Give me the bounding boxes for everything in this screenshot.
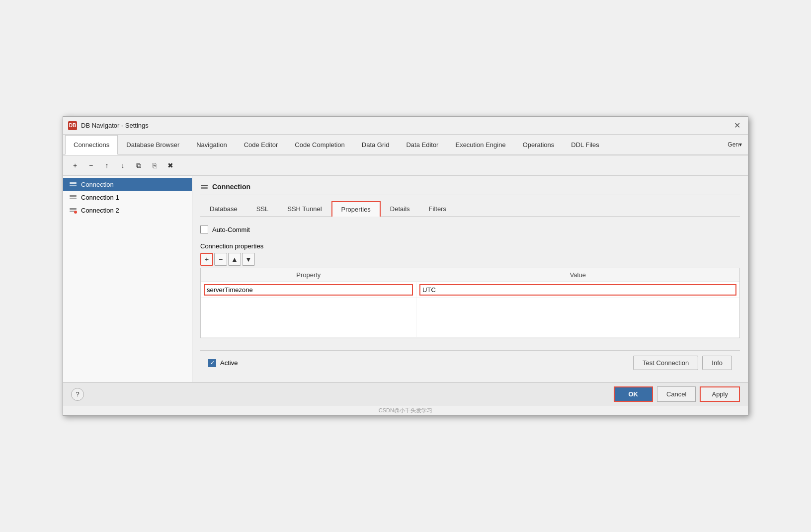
svg-rect-0 (70, 182, 77, 184)
info-button[interactable]: Info (702, 356, 732, 370)
connections-toolbar: + − ↑ ↓ ⧉ ⎘ ✖ (63, 155, 748, 176)
paste-button[interactable]: ⎘ (148, 158, 162, 172)
tab-data-editor[interactable]: Data Editor (398, 135, 447, 154)
props-up-button[interactable]: ▲ (228, 253, 241, 266)
col-header-value: Value (416, 268, 739, 282)
active-checkbox[interactable]: ✓ (208, 359, 216, 367)
remove-connection-button[interactable]: − (84, 158, 98, 172)
props-down-button[interactable]: ▼ (242, 253, 255, 266)
tab-navigation[interactable]: Navigation (188, 135, 235, 154)
props-toolbar: + − ▲ ▼ (200, 253, 740, 266)
props-table: Property Value (201, 268, 739, 338)
apply-button[interactable]: Apply (700, 386, 740, 402)
settings-dialog: DB DB Navigator - Settings ✕ Connections… (63, 116, 748, 416)
tab-operations[interactable]: Operations (514, 135, 563, 154)
inner-tab-bar: Database SSL SSH Tunnel Properties Detai… (200, 201, 740, 217)
footer-bar: ? OK Cancel Apply (63, 382, 748, 406)
copy-button[interactable]: ⧉ (132, 158, 146, 172)
section-title: Connection (212, 183, 250, 191)
props-table-container: Property Value (200, 268, 740, 338)
svg-rect-1 (70, 185, 77, 186)
tab-properties[interactable]: Properties (331, 201, 381, 217)
sidebar-item-label: Connection (81, 181, 114, 188)
value-cell[interactable] (416, 282, 739, 298)
empty-cell-2 (416, 298, 739, 338)
sidebar: Connection Connection 1 Connection 2 (63, 176, 192, 382)
add-connection-button[interactable]: + (68, 158, 82, 172)
sidebar-item-connection[interactable]: Connection (63, 178, 192, 191)
auto-commit-label: Auto-Commit (212, 226, 250, 233)
bottom-right: Test Connection Info (633, 356, 732, 370)
svg-rect-7 (201, 185, 208, 186)
ok-button[interactable]: OK (614, 386, 653, 402)
col-header-property: Property (201, 268, 416, 282)
title-bar-left: DB DB Navigator - Settings (68, 121, 149, 130)
active-label: Active (220, 359, 238, 367)
tab-ddl-files[interactable]: DDL Files (563, 135, 608, 154)
section-header: Connection (200, 183, 740, 195)
connection-icon (69, 180, 77, 188)
close-button[interactable]: ✕ (731, 120, 743, 132)
help-button[interactable]: ? (71, 388, 84, 401)
footer-right: OK Cancel Apply (614, 386, 740, 402)
svg-point-6 (74, 211, 77, 214)
tab-execution-engine[interactable]: Execution Engine (447, 135, 514, 154)
test-connection-button[interactable]: Test Connection (633, 356, 698, 370)
tab-code-editor[interactable]: Code Editor (236, 135, 287, 154)
sidebar-item-label: Connection 2 (81, 207, 119, 214)
empty-cell (201, 298, 416, 338)
app-icon: DB (68, 121, 77, 130)
svg-rect-4 (70, 208, 77, 210)
tab-overflow[interactable]: Gen ▾ (724, 137, 746, 152)
sidebar-item-label: Connection 1 (81, 194, 119, 201)
move-down-button[interactable]: ↓ (116, 158, 130, 172)
content-panel: Connection Database SSL SSH Tunnel Prope… (192, 176, 748, 382)
move-up-button[interactable]: ↑ (100, 158, 114, 172)
top-tab-bar: Connections Database Browser Navigation … (63, 135, 748, 155)
empty-row (201, 298, 739, 338)
svg-rect-2 (70, 195, 77, 197)
tab-database-browser[interactable]: Database Browser (118, 135, 188, 154)
section-icon (200, 183, 208, 191)
watermark: CSDN@小千头发学习 (63, 406, 748, 415)
connection1-icon (69, 193, 77, 201)
tab-database[interactable]: Database (200, 201, 247, 216)
main-content: Connection Connection 1 Connection 2 Con… (63, 176, 748, 382)
props-remove-button[interactable]: − (214, 253, 227, 266)
auto-commit-row: Auto-Commit (200, 223, 740, 236)
connection-properties-section: Connection properties + − ▲ ▼ Property V… (200, 242, 740, 338)
svg-rect-3 (70, 198, 77, 199)
property-input[interactable] (204, 284, 413, 296)
props-add-button[interactable]: + (200, 253, 213, 266)
bottom-action-bar: ✓ Active Test Connection Info (200, 350, 740, 375)
tab-connections[interactable]: Connections (65, 135, 118, 155)
property-cell[interactable] (201, 282, 416, 298)
tab-filters[interactable]: Filters (419, 201, 456, 216)
conn-props-label: Connection properties (200, 242, 740, 250)
value-input[interactable] (419, 284, 736, 296)
title-bar: DB DB Navigator - Settings ✕ (63, 117, 748, 135)
table-row (201, 282, 739, 298)
delete-button[interactable]: ✖ (163, 158, 177, 172)
tab-details[interactable]: Details (381, 201, 419, 216)
connection2-icon (69, 206, 77, 214)
cancel-button[interactable]: Cancel (657, 386, 696, 402)
tab-data-grid[interactable]: Data Grid (353, 135, 398, 154)
tab-code-completion[interactable]: Code Completion (286, 135, 353, 154)
tab-ssh-tunnel[interactable]: SSH Tunnel (278, 201, 331, 216)
footer-left: ? (71, 388, 84, 401)
sidebar-item-connection1[interactable]: Connection 1 (63, 191, 192, 204)
auto-commit-checkbox[interactable] (200, 226, 208, 233)
window-title: DB Navigator - Settings (81, 122, 149, 129)
tab-ssl[interactable]: SSL (247, 201, 278, 216)
sidebar-item-connection2[interactable]: Connection 2 (63, 204, 192, 217)
svg-rect-8 (201, 187, 208, 189)
bottom-left: ✓ Active (208, 359, 238, 367)
